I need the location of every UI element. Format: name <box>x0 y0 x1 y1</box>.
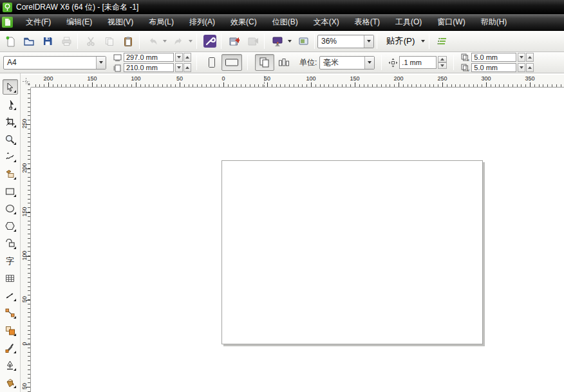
color-eyedropper-tool[interactable] <box>3 340 18 355</box>
landscape-orientation-button[interactable] <box>221 54 242 71</box>
ruler-tick <box>276 84 277 87</box>
units-combo[interactable]: 毫米 <box>319 56 375 70</box>
save-button[interactable] <box>39 33 56 50</box>
crop-tool[interactable] <box>3 114 18 129</box>
document-app-icon <box>2 17 13 28</box>
ruler-tick <box>66 84 66 87</box>
ruler-major-tick <box>530 82 531 87</box>
duplicate-y-increase-button[interactable] <box>526 63 534 72</box>
snap-to-button[interactable]: 贴齐(P) <box>382 33 419 50</box>
page-height-decrease-button[interactable] <box>175 63 183 72</box>
page-height-increase-button[interactable] <box>183 63 191 72</box>
page-width-decrease-button[interactable] <box>175 53 183 62</box>
ruler-tick <box>416 84 417 87</box>
ruler-tick <box>28 111 30 112</box>
import-button[interactable] <box>226 33 243 50</box>
page-size-combo[interactable]: A4 <box>3 56 106 70</box>
cut-button <box>82 33 99 50</box>
page-size-dropdown-icon[interactable] <box>96 57 106 69</box>
menu-tools[interactable]: 工具(O) <box>388 14 429 30</box>
vertical-ruler[interactable]: 25020015010050050 <box>21 88 31 392</box>
work-area[interactable]: 字 <box>0 73 564 392</box>
menu-window[interactable]: 窗口(W) <box>429 14 473 30</box>
units-dropdown-icon[interactable] <box>364 57 374 69</box>
zoom-levels-combo[interactable]: 36% <box>317 35 374 48</box>
welcome-screen-button[interactable] <box>295 33 312 50</box>
toolbar-separator <box>196 33 197 49</box>
parallel-dimension-tool[interactable] <box>3 288 18 303</box>
smart-fill-tool[interactable] <box>3 166 18 182</box>
ruler-tick <box>28 181 30 182</box>
zoom-levels-dropdown-icon[interactable] <box>364 35 373 48</box>
horizontal-ruler[interactable]: 20015010050050100150200250300350 <box>31 75 564 88</box>
outline-pen-tool[interactable] <box>3 357 18 373</box>
fill-tool[interactable] <box>3 375 18 390</box>
document-page[interactable] <box>221 160 483 344</box>
ruler-tick <box>552 84 552 87</box>
shape-tool[interactable] <box>3 97 18 112</box>
ruler-cursor-indicator <box>264 76 265 87</box>
application-launcher-button[interactable] <box>269 33 286 50</box>
menu-table[interactable]: 表格(T) <box>347 14 388 30</box>
ruler-tick <box>294 84 294 87</box>
rectangle-tool[interactable] <box>3 183 18 199</box>
ruler-tick <box>75 84 75 87</box>
menu-file[interactable]: 文件(F) <box>18 14 59 30</box>
open-button[interactable] <box>21 33 37 50</box>
duplicate-y-decrease-button[interactable] <box>518 63 525 72</box>
portrait-orientation-button[interactable] <box>204 54 220 71</box>
snap-to-dropdown[interactable] <box>419 33 426 50</box>
nudge-increase-button[interactable] <box>438 56 447 62</box>
menu-arrange[interactable]: 排列(A) <box>182 14 223 30</box>
text-tool[interactable]: 字 <box>3 253 18 268</box>
ruler-origin-corner[interactable] <box>21 75 31 88</box>
search-content-button[interactable] <box>202 33 218 50</box>
ruler-tick <box>79 84 80 87</box>
duplicate-distance-y-input[interactable]: 5.0 mm <box>471 63 516 72</box>
options-button[interactable] <box>434 33 451 50</box>
straight-line-connector-tool[interactable] <box>3 305 18 321</box>
ruler-label: 100 <box>306 75 315 82</box>
blend-tool[interactable] <box>3 322 18 338</box>
paste-button[interactable] <box>120 33 136 50</box>
menu-layout[interactable]: 布局(L) <box>141 14 182 30</box>
basic-shapes-tool[interactable] <box>3 236 18 251</box>
ruler-tick <box>28 268 30 269</box>
propbar-separator <box>247 55 248 70</box>
freehand-tool[interactable] <box>3 149 18 164</box>
page-height-input[interactable]: 210.0 mm <box>124 63 174 72</box>
ruler-tick <box>28 93 30 94</box>
menu-text[interactable]: 文本(X) <box>306 14 347 30</box>
application-launcher-dropdown[interactable] <box>286 33 293 50</box>
ruler-tick <box>105 84 106 87</box>
menu-help[interactable]: 帮助(H) <box>473 14 515 30</box>
ruler-tick <box>140 84 141 87</box>
menu-edit[interactable]: 编辑(E) <box>59 14 100 30</box>
ruler-label: 150 <box>87 75 97 82</box>
new-document-button[interactable] <box>2 33 19 50</box>
pick-tool[interactable] <box>3 79 18 95</box>
menu-effects[interactable]: 效果(C) <box>223 14 265 30</box>
menu-view[interactable]: 视图(V) <box>100 14 141 30</box>
ruler-tick <box>232 84 233 87</box>
polygon-tool[interactable] <box>3 218 18 234</box>
page-width-input[interactable]: 297.0 mm <box>124 53 174 62</box>
ellipse-tool[interactable] <box>3 201 18 216</box>
ruler-major-tick <box>267 82 268 87</box>
ruler-tick <box>28 277 30 278</box>
table-tool[interactable] <box>3 270 18 286</box>
ruler-tick <box>28 151 30 151</box>
zoom-tool[interactable] <box>3 131 18 147</box>
ruler-tick <box>517 84 518 87</box>
ruler-tick <box>28 295 30 295</box>
duplicate-x-decrease-button[interactable] <box>518 53 525 62</box>
current-page-size-button[interactable] <box>276 54 292 71</box>
nudge-offset-input[interactable]: .1 mm <box>399 56 437 69</box>
duplicate-distance-x-input[interactable]: 5.0 mm <box>471 53 516 62</box>
all-pages-same-size-button[interactable] <box>255 54 274 71</box>
nudge-decrease-button[interactable] <box>438 62 447 69</box>
menu-bitmaps[interactable]: 位图(B) <box>265 14 306 30</box>
duplicate-x-increase-button[interactable] <box>526 53 534 62</box>
ruler-tick <box>109 84 110 87</box>
page-width-increase-button[interactable] <box>183 53 191 62</box>
